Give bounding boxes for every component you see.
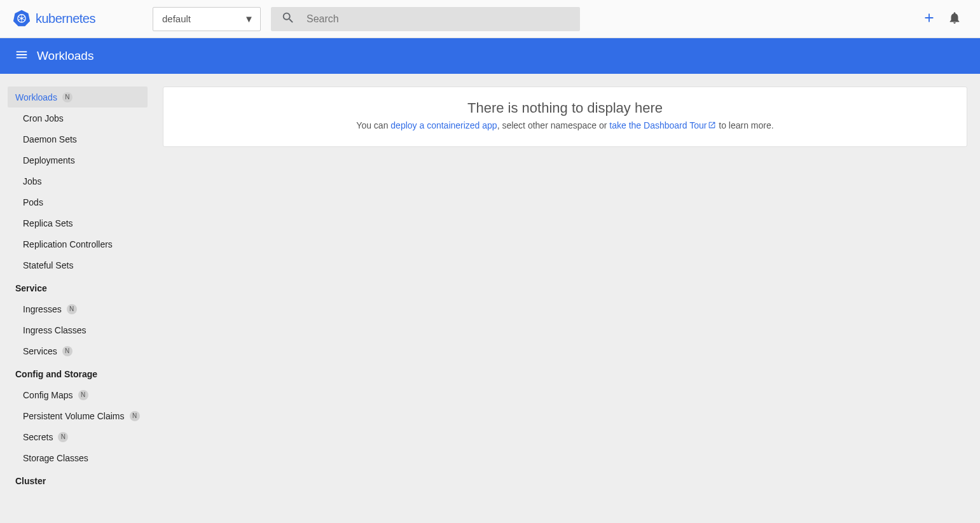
sidebar-item-daemonsets[interactable]: Daemon Sets <box>8 129 148 150</box>
chevron-down-icon: ▼ <box>244 13 254 24</box>
sidebar-item-configmaps[interactable]: Config Maps N <box>8 384 148 405</box>
sidebar-item-pvc[interactable]: Persistent Volume Claims N <box>8 405 148 426</box>
sidebar-item-deployments[interactable]: Deployments <box>8 150 148 171</box>
sidebar-item-label: Jobs <box>23 176 42 186</box>
sidebar-item-label: Ingresses <box>23 304 62 314</box>
logo[interactable]: kubernetes <box>13 9 95 29</box>
sidebar-item-ingressclasses[interactable]: Ingress Classes <box>8 319 148 340</box>
badge-n-icon: N <box>130 411 140 421</box>
sidebar-item-ingresses[interactable]: Ingresses N <box>8 298 148 319</box>
sidebar-item-storageclasses[interactable]: Storage Classes <box>8 447 148 468</box>
sidebar-item-replicasets[interactable]: Replica Sets <box>8 213 148 234</box>
badge-n-icon: N <box>62 346 72 356</box>
sidebar-item-label: Replica Sets <box>23 218 73 228</box>
sidebar-item-pods[interactable]: Pods <box>8 192 148 213</box>
menu-toggle[interactable] <box>9 43 34 69</box>
sidebar-item-label: Daemon Sets <box>23 134 77 144</box>
sidebar-item-cronjobs[interactable]: Cron Jobs <box>8 108 148 129</box>
sidebar-item-label: Cron Jobs <box>23 113 64 123</box>
sidebar-header-service: Service <box>8 275 148 298</box>
sidebar-item-label: Replication Controllers <box>23 239 113 249</box>
main-panel: There is nothing to display here You can… <box>153 74 980 523</box>
sidebar-item-label: Ingress Classes <box>23 325 86 335</box>
search-box[interactable] <box>271 7 580 31</box>
empty-text-prefix: You can <box>356 120 390 130</box>
dashboard-tour-link[interactable]: take the Dashboard Tour <box>609 120 707 130</box>
badge-n-icon: N <box>62 92 72 102</box>
sidebar-item-statefulsets[interactable]: Stateful Sets <box>8 255 148 275</box>
sidebar-item-label: Services <box>23 346 57 356</box>
top-bar: kubernetes default ▼ <box>0 0 980 38</box>
notifications-button[interactable] <box>942 6 967 32</box>
hamburger-icon <box>15 48 29 64</box>
sidebar-item-label: Persistent Volume Claims <box>23 411 125 421</box>
plus-icon <box>922 11 936 27</box>
namespace-selector[interactable]: default ▼ <box>153 7 261 31</box>
badge-n-icon: N <box>67 304 77 314</box>
sidebar-item-label: Secrets <box>23 432 53 442</box>
empty-subtitle: You can deploy a containerized app, sele… <box>179 120 951 131</box>
empty-title: There is nothing to display here <box>179 100 951 116</box>
breadcrumb: Workloads <box>37 49 93 63</box>
sidebar: Workloads N Cron Jobs Daemon Sets Deploy… <box>0 74 153 523</box>
empty-text-suffix: to learn more. <box>716 120 773 130</box>
search-input[interactable] <box>307 13 570 25</box>
sidebar-item-label: Storage Classes <box>23 453 88 463</box>
sidebar-item-services[interactable]: Services N <box>8 340 148 361</box>
empty-text-mid: , select other namespace or <box>497 120 610 130</box>
sidebar-item-label: Deployments <box>23 155 75 165</box>
sidebar-item-label: Config Maps <box>23 390 73 400</box>
deploy-app-link[interactable]: deploy a containerized app <box>390 120 497 130</box>
sidebar-item-replicationcontrollers[interactable]: Replication Controllers <box>8 234 148 255</box>
create-button[interactable] <box>916 6 942 32</box>
sidebar-header-cluster: Cluster <box>8 468 148 491</box>
content: Workloads N Cron Jobs Daemon Sets Deploy… <box>0 74 980 523</box>
search-icon <box>281 11 307 27</box>
sidebar-item-jobs[interactable]: Jobs <box>8 171 148 192</box>
sidebar-item-workloads[interactable]: Workloads N <box>8 87 148 108</box>
brand-text: kubernetes <box>36 11 95 26</box>
action-bar: Workloads <box>0 38 980 74</box>
sidebar-item-secrets[interactable]: Secrets N <box>8 426 148 447</box>
kubernetes-logo-icon <box>13 9 31 29</box>
badge-n-icon: N <box>78 390 88 400</box>
external-link-icon <box>708 121 716 131</box>
sidebar-header-config: Config and Storage <box>8 361 148 384</box>
sidebar-item-label: Workloads <box>15 92 57 102</box>
badge-n-icon: N <box>58 432 68 442</box>
sidebar-item-label: Pods <box>23 197 43 207</box>
sidebar-item-label: Stateful Sets <box>23 260 73 270</box>
empty-state-card: There is nothing to display here You can… <box>163 87 967 147</box>
namespace-value: default <box>162 13 191 24</box>
bell-icon <box>948 11 962 27</box>
